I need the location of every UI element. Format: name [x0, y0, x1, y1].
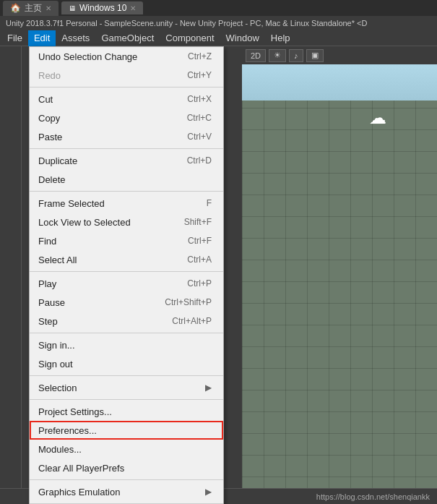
- tab-close-windows10[interactable]: ✕: [130, 4, 136, 12]
- menu-item-label-find: Find: [38, 236, 56, 247]
- separator-21: [30, 375, 223, 376]
- menu-item-label-copy: Copy: [38, 113, 60, 124]
- menu-component[interactable]: Component: [160, 30, 220, 46]
- menu-item-clear-player-prefs[interactable]: Clear All PlayerPrefs: [30, 458, 223, 477]
- scene-audio-button[interactable]: ♪: [289, 49, 303, 62]
- menu-item-label-frame-selected: Frame Selected: [38, 198, 105, 209]
- menu-item-delete[interactable]: Delete: [30, 170, 223, 189]
- windows-icon: 🖥: [69, 4, 76, 12]
- menu-item-shortcut-cut: Ctrl+X: [187, 94, 212, 104]
- menu-item-label-preferences: Preferences...: [38, 425, 97, 436]
- scene-grid: ☁: [242, 64, 437, 504]
- menu-item-sign-out[interactable]: Sign out: [30, 354, 223, 373]
- tab-zhuye[interactable]: 🏠 主页 ✕: [3, 1, 59, 16]
- menu-item-shortcut-undo-selection-change: Ctrl+Z: [188, 51, 212, 61]
- menu-item-shortcut-copy: Ctrl+C: [187, 113, 212, 123]
- menu-item-cut[interactable]: CutCtrl+X: [30, 90, 223, 108]
- menu-item-label-undo-selection-change: Undo Selection Change: [38, 51, 137, 62]
- menu-item-label-delete: Delete: [38, 174, 66, 185]
- menu-item-shortcut-select-all: Ctrl+A: [187, 255, 212, 265]
- menu-item-project-settings[interactable]: Project Settings...: [30, 402, 223, 421]
- separator-6: [30, 148, 223, 149]
- tab-close-zhuye[interactable]: ✕: [46, 4, 51, 12]
- menu-item-label-play: Play: [38, 278, 56, 289]
- menu-item-pause[interactable]: PauseCtrl+Shift+P: [30, 293, 223, 312]
- edit-dropdown-menu: Undo Selection ChangeCtrl+ZRedoCtrl+YCut…: [29, 46, 224, 504]
- menu-item-label-select-all: Select All: [38, 255, 77, 265]
- scene-2d-button[interactable]: 2D: [246, 49, 266, 62]
- menu-item-label-project-settings: Project Settings...: [38, 406, 112, 417]
- menu-item-modules[interactable]: Modules...: [30, 440, 223, 458]
- menu-item-label-selection: Selection: [38, 383, 77, 393]
- menu-item-paste[interactable]: PasteCtrl+V: [30, 127, 223, 146]
- left-panel: [0, 46, 22, 504]
- separator-18: [30, 333, 223, 333]
- menu-item-shortcut-paste: Ctrl+V: [187, 132, 212, 142]
- menu-item-label-modules: Modules...: [38, 444, 82, 455]
- scene-light-button[interactable]: ☀: [269, 49, 286, 62]
- tab-windows10[interactable]: 🖥 Windows 10 ✕: [61, 1, 143, 14]
- menu-edit[interactable]: Edit: [28, 30, 56, 46]
- menu-item-shortcut-lock-view: Shift+F: [184, 217, 212, 227]
- scene-fx-button[interactable]: ▣: [306, 49, 324, 62]
- menu-assets[interactable]: Assets: [56, 30, 95, 46]
- menu-item-label-paste: Paste: [38, 132, 62, 142]
- menu-item-shortcut-pause: Ctrl+Shift+P: [165, 297, 212, 307]
- menu-item-shortcut-frame-selected: F: [207, 198, 212, 208]
- menu-item-shortcut-graphics-emulation: ▶: [205, 487, 212, 497]
- home-icon: 🏠: [10, 3, 21, 13]
- menu-item-play[interactable]: PlayCtrl+P: [30, 274, 223, 293]
- scene-area: 2D ☀ ♪ ▣ ☁: [242, 46, 437, 504]
- menu-item-selection[interactable]: Selection▶: [30, 378, 223, 397]
- scene-toolbar: 2D ☀ ♪ ▣: [242, 46, 437, 64]
- menu-item-label-step: Step: [38, 316, 58, 327]
- menu-item-find[interactable]: FindCtrl+F: [30, 231, 223, 250]
- menu-item-label-sign-in: Sign in...: [38, 340, 75, 351]
- separator-23: [30, 399, 223, 400]
- menu-item-label-redo: Redo: [38, 70, 61, 81]
- menu-file[interactable]: File: [1, 30, 28, 46]
- menu-item-label-clear-player-prefs: Clear All PlayerPrefs: [38, 463, 124, 474]
- menu-item-frame-selected[interactable]: Frame SelectedF: [30, 194, 223, 213]
- menu-item-sign-in[interactable]: Sign in...: [30, 336, 223, 354]
- menu-item-preferences[interactable]: Preferences...: [30, 421, 223, 440]
- menu-item-label-lock-view: Lock View to Selected: [38, 217, 131, 228]
- menu-item-label-sign-out: Sign out: [38, 359, 73, 370]
- menu-item-shortcut-find: Ctrl+F: [188, 236, 212, 246]
- menu-gameobject[interactable]: GameObject: [95, 30, 160, 46]
- menu-item-lock-view[interactable]: Lock View to SelectedShift+F: [30, 213, 223, 231]
- menu-item-redo: RedoCtrl+Y: [30, 66, 223, 85]
- menu-item-label-pause: Pause: [38, 297, 65, 308]
- cloud-icon: ☁: [369, 108, 386, 128]
- menu-item-shortcut-redo: Ctrl+Y: [187, 70, 212, 80]
- menu-item-select-all[interactable]: Select AllCtrl+A: [30, 250, 223, 269]
- menu-item-duplicate[interactable]: DuplicateCtrl+D: [30, 151, 223, 170]
- menu-item-shortcut-selection: ▶: [205, 383, 212, 393]
- menu-item-label-duplicate: Duplicate: [38, 155, 77, 166]
- url-label: https://blog.csdn.net/shenqiankk: [316, 492, 430, 501]
- separator-2: [30, 87, 223, 87]
- menu-item-step[interactable]: StepCtrl+Alt+P: [30, 312, 223, 330]
- unity-title: Unity 2018.3.7f1 Personal - SampleScene.…: [0, 16, 437, 30]
- menu-bar: File Edit Assets GameObject Component Wi…: [0, 30, 437, 46]
- separator-14: [30, 271, 223, 272]
- menu-item-shortcut-duplicate: Ctrl+D: [187, 155, 212, 166]
- separator-9: [30, 191, 223, 192]
- menu-item-label-cut: Cut: [38, 94, 53, 105]
- menu-item-shortcut-play: Ctrl+P: [187, 278, 212, 289]
- separator-28: [30, 479, 223, 480]
- title-bar: 🏠 主页 ✕ 🖥 Windows 10 ✕: [0, 0, 437, 16]
- menu-item-copy[interactable]: CopyCtrl+C: [30, 108, 223, 127]
- menu-item-shortcut-step: Ctrl+Alt+P: [172, 316, 212, 326]
- sky-strip: [242, 64, 437, 101]
- menu-window[interactable]: Window: [220, 30, 265, 46]
- menu-item-graphics-emulation[interactable]: Graphics Emulation▶: [30, 482, 223, 501]
- menu-item-undo-selection-change[interactable]: Undo Selection ChangeCtrl+Z: [30, 47, 223, 66]
- menu-help[interactable]: Help: [265, 30, 296, 46]
- menu-item-label-graphics-emulation: Graphics Emulation: [38, 487, 120, 497]
